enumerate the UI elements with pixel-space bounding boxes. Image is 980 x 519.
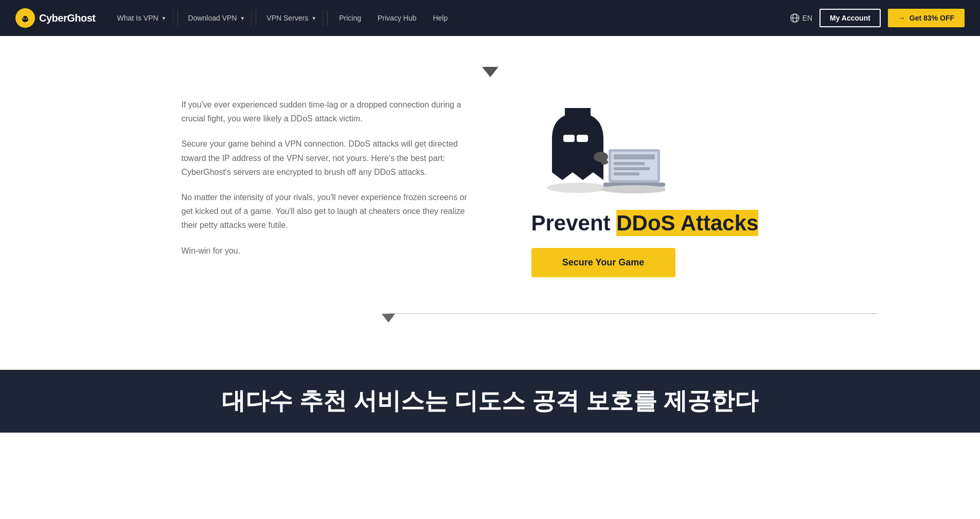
nav-download-vpn[interactable]: Download VPN ▼ [182, 10, 252, 26]
nav-items: What Is VPN ▼ Download VPN ▼ VPN Servers… [111, 10, 790, 26]
paragraph-2: Secure your game behind a VPN connection… [182, 137, 470, 179]
top-arrow-container [0, 67, 980, 77]
logo-icon [15, 8, 35, 28]
svg-point-14 [601, 159, 608, 165]
nav-what-is-vpn[interactable]: What Is VPN ▼ [111, 10, 173, 26]
ddos-highlight: DDoS Attacks [616, 210, 758, 236]
svg-rect-4 [23, 16, 27, 19]
nav-separator-2 [256, 10, 256, 26]
bottom-arrow-section [0, 313, 980, 339]
logo[interactable]: CyberGhost [15, 8, 95, 28]
navbar: CyberGhost What Is VPN ▼ Download VPN ▼ … [0, 0, 980, 36]
ddos-heading: Prevent DDoS Attacks [531, 211, 759, 236]
logo-text: CyberGhost [39, 12, 95, 24]
main-content: If you've ever experienced sudden time-l… [0, 36, 980, 339]
chevron-down-icon: ▼ [311, 15, 316, 21]
content-section: If you've ever experienced sudden time-l… [0, 98, 980, 277]
paragraph-3: No matter the intensity of your rivals, … [182, 190, 470, 232]
secure-game-button[interactable]: Secure Your Game [531, 248, 675, 277]
svg-rect-20 [614, 172, 639, 175]
nav-vpn-servers[interactable]: VPN Servers ▼ [260, 10, 323, 26]
svg-rect-12 [575, 137, 577, 139]
chevron-down-icon: ▼ [162, 15, 167, 21]
svg-rect-19 [614, 167, 650, 170]
arrow-right-icon: → [898, 14, 905, 22]
svg-rect-9 [560, 123, 596, 128]
my-account-button[interactable]: My Account [819, 9, 881, 27]
svg-rect-11 [577, 135, 588, 142]
bottom-line [388, 313, 877, 314]
nav-help[interactable]: Help [425, 10, 455, 26]
svg-rect-17 [614, 154, 655, 159]
svg-rect-10 [563, 135, 575, 142]
nav-separator-3 [327, 10, 328, 26]
get-off-button[interactable]: → Get 83% OFF [888, 9, 965, 27]
svg-rect-18 [614, 162, 645, 165]
ghost-illustration [531, 98, 665, 201]
footer-banner: 대다수 추천 서비스는 디도스 공격 보호를 제공한다 [0, 370, 980, 433]
svg-point-8 [547, 183, 609, 193]
paragraph-1: If you've ever experienced sudden time-l… [182, 98, 470, 126]
footer-banner-text: 대다수 추천 서비스는 디도스 공격 보호를 제공한다 [222, 385, 758, 417]
right-panel: Prevent DDoS Attacks Secure Your Game [531, 98, 799, 277]
chevron-down-icon: ▼ [240, 15, 245, 21]
left-text-column: If you've ever experienced sudden time-l… [182, 98, 470, 269]
globe-icon [790, 13, 799, 23]
svg-point-22 [601, 185, 665, 193]
language-selector[interactable]: EN [790, 13, 812, 23]
paragraph-4: Win-win for you. [182, 244, 470, 258]
bottom-arrow-down-icon [382, 314, 395, 323]
language-label: EN [803, 14, 812, 22]
nav-privacy-hub[interactable]: Privacy Hub [370, 10, 423, 26]
arrow-down-icon [482, 67, 498, 77]
nav-separator [177, 10, 178, 26]
nav-pricing[interactable]: Pricing [332, 10, 368, 26]
nav-right: EN My Account → Get 83% OFF [790, 9, 965, 27]
